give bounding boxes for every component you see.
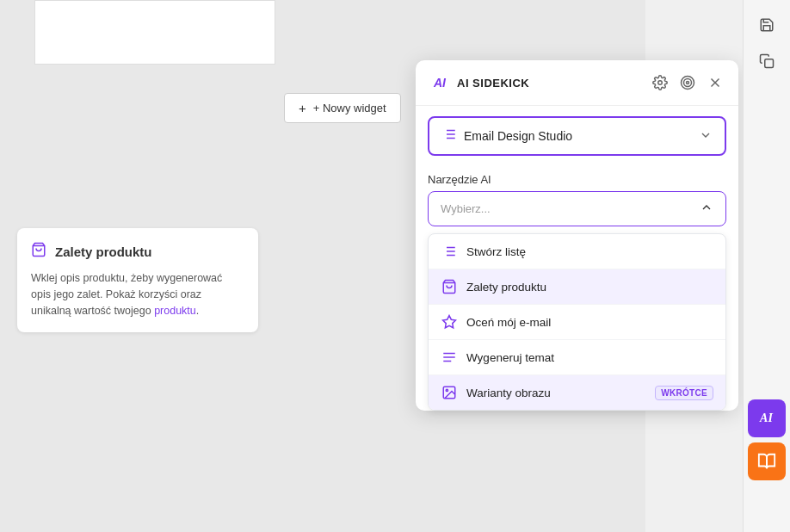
panel-header-actions [651, 73, 725, 92]
list-icon [441, 244, 458, 259]
copy-button[interactable] [750, 45, 783, 77]
new-widget-button[interactable]: + + Nowy widget [284, 93, 401, 123]
svg-point-25 [446, 389, 447, 391]
product-card-header: Zalety produktu [31, 242, 244, 262]
panel-header: AI AI SIDEKICK [416, 60, 738, 106]
item-label-rate-email: Oceń mój e-mail [466, 316, 713, 329]
studio-icon [441, 127, 457, 145]
target-button[interactable] [678, 73, 697, 92]
ai-logo: AI [429, 72, 450, 93]
dropdown-item-create-list[interactable]: Stwórz listę [429, 234, 725, 269]
new-widget-label: + Nowy widget [313, 102, 386, 114]
select-placeholder: Wybierz... [441, 202, 491, 215]
chevron-up-icon [700, 201, 713, 217]
cart-icon-dropdown [441, 279, 458, 294]
lines-icon [441, 350, 458, 365]
product-card-title: Zalety produktu [55, 244, 152, 259]
item-label-product-benefits: Zalety produktu [466, 281, 713, 294]
svg-marker-20 [443, 316, 456, 328]
star-icon [441, 314, 458, 330]
svg-point-4 [687, 82, 689, 84]
close-button[interactable] [706, 73, 725, 92]
svg-point-3 [684, 79, 692, 87]
save-button[interactable] [750, 9, 783, 41]
studio-label: Email Design Studio [464, 129, 572, 143]
plus-icon: + [299, 101, 306, 115]
chevron-down-icon [699, 128, 713, 145]
panel-title: AI SIDEKICK [457, 77, 529, 90]
item-label-image-variants: Warianty obrazu [466, 387, 646, 399]
ai-logo-text: AI [434, 76, 446, 90]
dropdown-menu: Stwórz listę Zalety produktu Oceń mój e-… [428, 233, 726, 411]
ai-label: AI [760, 411, 773, 425]
svg-rect-26 [765, 59, 774, 68]
ai-action-button[interactable]: AI [748, 399, 786, 437]
dropdown-item-image-variants[interactable]: Warianty obrazu WKRÓTCE [429, 375, 725, 410]
coming-soon-badge: WKRÓTCE [655, 386, 713, 400]
product-card-description: Wklej opis produktu, żeby wygenerować op… [31, 270, 244, 319]
dropdown-item-product-benefits[interactable]: Zalety produktu [429, 269, 725, 305]
svg-point-1 [658, 81, 663, 85]
canvas-card-top [34, 0, 275, 65]
item-label-generate-subject: Wygeneruj temat [466, 351, 713, 364]
cart-icon [31, 242, 46, 262]
dropdown-item-generate-subject[interactable]: Wygeneruj temat [429, 340, 725, 375]
book-action-button[interactable] [748, 442, 786, 480]
dropdown-item-rate-email[interactable]: Oceń mój e-mail [429, 305, 725, 340]
ai-tool-label: Narzędzie AI [416, 166, 738, 191]
item-label-create-list: Stwórz listę [466, 245, 713, 258]
product-card: Zalety produktu Wklej opis produktu, żeb… [17, 228, 258, 332]
image-icon [441, 385, 458, 400]
bottom-action-buttons: AI [743, 399, 790, 480]
panel-header-left: AI AI SIDEKICK [429, 72, 529, 93]
studio-selector[interactable]: Email Design Studio [428, 116, 726, 156]
settings-button[interactable] [651, 73, 670, 92]
ai-sidekick-panel: AI AI SIDEKICK [416, 60, 738, 411]
ai-tool-select[interactable]: Wybierz... [428, 191, 726, 226]
studio-selector-left: Email Design Studio [441, 127, 572, 145]
